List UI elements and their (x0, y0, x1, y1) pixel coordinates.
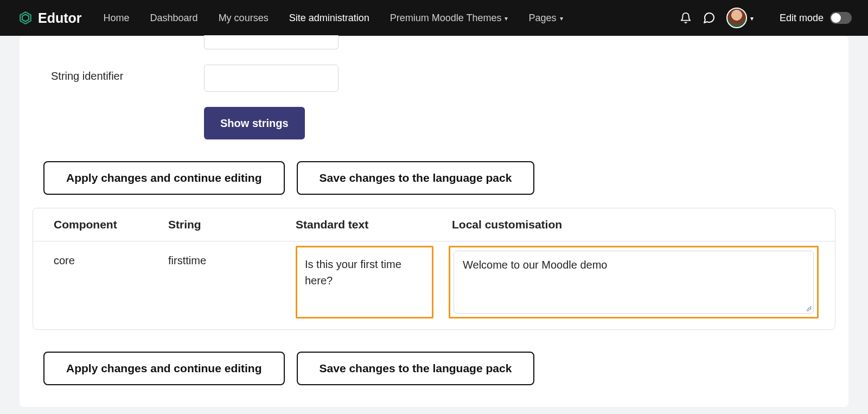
nav-pages-label: Pages (528, 12, 556, 24)
notifications-icon[interactable] (680, 12, 692, 24)
page: String identifier Show strings Apply cha… (0, 36, 868, 414)
form-row-prev (20, 36, 848, 49)
form-row-show-strings: Show strings (20, 107, 848, 139)
main-card: String identifier Show strings Apply cha… (20, 36, 848, 407)
edit-mode-toggle-group: Edit mode (780, 12, 852, 24)
form-row-string-identifier: String identifier (20, 65, 848, 92)
chevron-down-icon: ▾ (560, 15, 563, 22)
nav-links: Home Dashboard My courses Site administr… (104, 12, 563, 24)
th-local: Local customisation (441, 208, 835, 241)
th-component: Component (33, 208, 161, 241)
string-identifier-label: String identifier (20, 65, 204, 82)
brand[interactable]: Edutor (18, 10, 82, 26)
avatar (726, 8, 747, 28)
edit-mode-toggle[interactable] (830, 12, 852, 24)
strings-table: Component String Standard text Local cus… (33, 208, 835, 330)
save-changes-button[interactable]: Save changes to the language pack (297, 352, 535, 385)
cell-string: firsttime (161, 241, 288, 330)
prev-field-input[interactable] (204, 35, 339, 49)
brand-name: Edutor (38, 10, 82, 26)
apply-changes-button[interactable]: Apply changes and continue editing (43, 161, 285, 195)
standard-text-box: Is this your first time here? (296, 246, 433, 319)
brand-logo-icon (18, 11, 33, 25)
local-customisation-input[interactable] (454, 251, 814, 314)
cell-local (441, 241, 835, 330)
nav-pages[interactable]: Pages ▾ (528, 12, 563, 24)
actions-bottom: Apply changes and continue editing Save … (43, 352, 848, 385)
form-label-prev (20, 36, 204, 41)
nav-site-administration[interactable]: Site administration (289, 12, 369, 24)
save-changes-button[interactable]: Save changes to the language pack (297, 161, 535, 195)
show-strings-button[interactable]: Show strings (204, 107, 305, 139)
th-string: String (161, 208, 288, 241)
local-customisation-box (449, 246, 819, 319)
cell-component: core (33, 241, 161, 330)
nav-premium-themes[interactable]: Premium Moodle Themes ▾ (390, 12, 508, 24)
apply-changes-button[interactable]: Apply changes and continue editing (43, 352, 285, 385)
table-header-row: Component String Standard text Local cus… (33, 208, 835, 241)
chevron-down-icon: ▾ (505, 15, 508, 22)
nav-right: ▾ Edit mode (680, 8, 852, 28)
cell-standard: Is this your first time here? (288, 241, 441, 330)
chevron-down-icon: ▾ (750, 15, 754, 22)
th-standard: Standard text (288, 208, 441, 241)
user-menu[interactable]: ▾ (726, 8, 754, 28)
navbar: Edutor Home Dashboard My courses Site ad… (0, 0, 868, 36)
nav-home[interactable]: Home (104, 12, 130, 24)
nav-mycourses[interactable]: My courses (219, 12, 269, 24)
messages-icon[interactable] (703, 11, 716, 24)
svg-marker-1 (22, 15, 29, 22)
edit-mode-label: Edit mode (780, 12, 824, 24)
table-row: core firsttime Is this your first time h… (33, 241, 835, 330)
string-identifier-input[interactable] (204, 65, 339, 92)
actions-top: Apply changes and continue editing Save … (43, 161, 848, 195)
nav-dashboard[interactable]: Dashboard (150, 12, 198, 24)
nav-premium-themes-label: Premium Moodle Themes (390, 12, 502, 24)
